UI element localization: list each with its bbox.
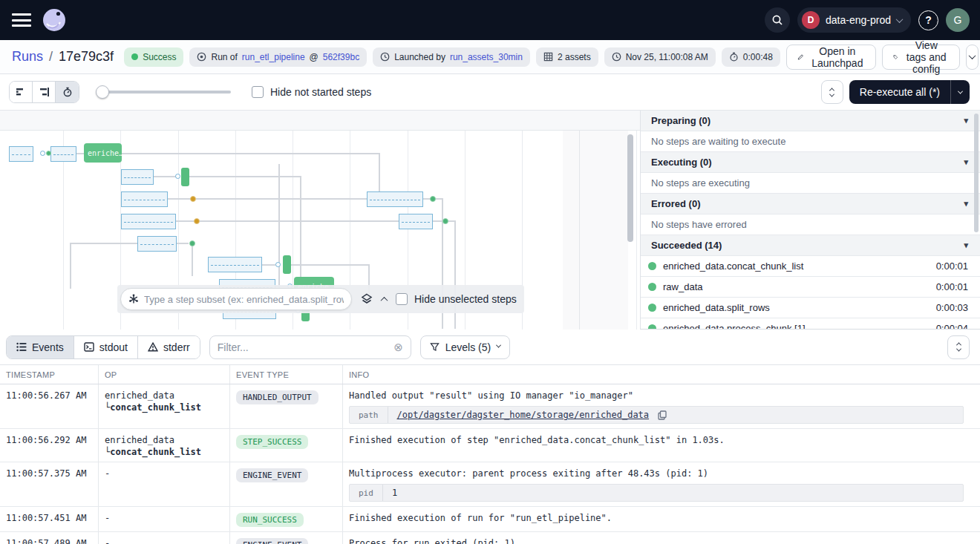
tag-duration[interactable]: 0:00:48 [722, 47, 780, 67]
job-link[interactable]: run_etl_pipeline [242, 52, 305, 62]
gantt-bar[interactable] [76, 153, 84, 154]
tab-stdout[interactable]: stdout [74, 336, 138, 358]
hamburger-menu-icon[interactable] [12, 13, 31, 27]
reexecute-all-button[interactable]: Re-execute all (*) [849, 80, 950, 104]
avatar[interactable]: G [946, 8, 970, 32]
dagster-logo-icon[interactable] [42, 7, 67, 33]
gantt-bar[interactable] [46, 151, 51, 156]
tab-stderr[interactable]: stderr [138, 336, 200, 358]
gantt-bar[interactable] [122, 153, 379, 154]
tag-run-of[interactable]: Run of run_etl_pipeline @ 562f39bc [189, 47, 367, 67]
tag-start-time[interactable]: Nov 25, 11:00:08 AM [604, 47, 716, 67]
help-button[interactable]: ? [918, 10, 938, 30]
metadata-value[interactable]: /opt/dagster/dagster_home/storage/enrich… [388, 410, 659, 420]
gantt-bar[interactable] [50, 146, 76, 162]
panel-scrollbar[interactable] [974, 114, 979, 232]
hide-unselected-checkbox[interactable] [396, 293, 408, 305]
event-row[interactable]: 11:00:57.375 AM - ENGINE_EVENT Multiproc… [0, 462, 980, 507]
copy-icon[interactable] [658, 410, 667, 420]
view-tags-config-button[interactable]: View tags and config [882, 45, 960, 70]
gantt-bar[interactable] [192, 246, 193, 276]
gantt-bar[interactable] [194, 218, 200, 224]
step-status-row[interactable]: No steps have errored [641, 214, 980, 235]
collapse-subset-bar-button[interactable] [382, 297, 387, 302]
step-subset-input[interactable] [144, 294, 344, 305]
gantt-bar[interactable] [627, 134, 633, 242]
gantt-bar[interactable] [275, 262, 281, 267]
step-status-row[interactable]: enriched_data.split_rows 0:00:03 [641, 298, 980, 318]
gantt-bar[interactable] [300, 176, 301, 284]
workspace-avatar: D [802, 11, 820, 29]
gantt-bar[interactable] [291, 264, 370, 266]
reexecute-options-button[interactable] [950, 80, 970, 104]
gantt-bar[interactable] [208, 257, 262, 272]
gantt-bar[interactable] [262, 264, 275, 266]
tab-events[interactable]: Events [7, 336, 74, 358]
commit-link[interactable]: 562f39bc [323, 52, 359, 62]
step-status-row[interactable]: enriched_data.concat_chunk_list 0:00:01 [641, 256, 980, 277]
workspace-switcher[interactable]: D data-eng-prod [797, 7, 911, 33]
step-status-row[interactable]: Succeeded (14) ▾ [641, 235, 980, 256]
log-filter-input[interactable] [218, 341, 388, 353]
gantt-bar[interactable] [563, 131, 628, 330]
metadata-value[interactable]: 1 [383, 488, 406, 498]
gantt-bar[interactable] [40, 151, 45, 156]
gantt-bar[interactable] [177, 243, 189, 244]
step-status-row[interactable]: enriched_data.process_chunk [1] 0:00:04 [641, 318, 980, 329]
search-button[interactable] [765, 7, 790, 33]
gantt-bar[interactable] [200, 220, 399, 222]
gantt-bar[interactable] [176, 220, 195, 222]
tag-assets[interactable]: 2 assets [536, 47, 598, 67]
more-run-actions-button[interactable] [966, 45, 979, 70]
gantt-bar[interactable] [70, 243, 71, 289]
gantt-bar[interactable] [137, 236, 177, 252]
gantt-bar[interactable] [121, 169, 154, 185]
breadcrumb-runs-link[interactable]: Runs [12, 49, 43, 65]
gantt-bar[interactable] [367, 191, 423, 207]
tag-launched-by[interactable]: Launched by run_assets_30min [373, 47, 530, 67]
event-row[interactable]: 11:00:57.489 AM - ENGINE_EVENT Process f… [0, 532, 980, 544]
expand-log-panel-button[interactable] [947, 335, 970, 359]
gantt-bar[interactable] [168, 198, 192, 200]
gantt-bar[interactable] [121, 191, 168, 207]
gantt-bar[interactable]: enriche… [84, 143, 122, 163]
step-status-row[interactable]: No steps are executing [641, 173, 980, 194]
schedule-link[interactable]: run_assets_30min [450, 52, 523, 62]
gantt-bar[interactable] [433, 220, 442, 222]
gantt-bar[interactable] [70, 243, 137, 244]
step-status-row[interactable]: No steps are waiting to execute [641, 131, 980, 152]
zoom-slider-knob[interactable] [96, 85, 109, 99]
step-status-row[interactable]: Preparing (0) ▾ [641, 111, 980, 131]
open-in-launchpad-button[interactable]: Open in Launchpad [786, 45, 876, 70]
gantt-bar[interactable] [442, 218, 448, 224]
expand-collapse-panel-button[interactable] [821, 80, 843, 104]
gantt-bar[interactable] [189, 176, 301, 177]
event-row[interactable]: 11:00:56.292 AM enriched_data └concat_ch… [0, 429, 980, 462]
gantt-bar[interactable] [399, 214, 433, 229]
gantt-canvas[interactable]: enriche…enriche… [0, 131, 640, 330]
run-header: Runs / 17e79c3f Success Run of run_etl_p… [0, 40, 980, 74]
layers-button[interactable] [361, 293, 373, 305]
gantt-bar[interactable] [121, 214, 176, 229]
step-status-row[interactable]: raw_data 0:00:01 [641, 277, 980, 298]
step-status-row[interactable]: Errored (0) ▾ [641, 194, 980, 214]
gantt-bar[interactable] [9, 146, 33, 162]
gantt-bar[interactable] [196, 198, 367, 200]
zoom-slider[interactable] [96, 85, 231, 99]
gantt-bar[interactable] [154, 176, 177, 177]
waterfall-view-button[interactable] [33, 82, 56, 102]
timed-view-button[interactable] [56, 82, 79, 102]
step-status-row[interactable]: Executing (0) ▾ [641, 152, 980, 173]
gantt-bar[interactable] [189, 240, 195, 246]
event-row[interactable]: 11:00:56.267 AM enriched_data └concat_ch… [0, 384, 980, 429]
gantt-bar[interactable] [190, 196, 196, 202]
gantt-bar[interactable] [283, 255, 291, 274]
clear-filter-icon[interactable]: ⊗ [393, 341, 403, 354]
flatten-view-button[interactable] [10, 82, 33, 102]
gantt-bar[interactable] [181, 168, 189, 186]
hide-not-started-checkbox[interactable] [252, 86, 264, 98]
event-row[interactable]: 11:00:57.451 AM - RUN_SUCCESS Finished e… [0, 507, 980, 532]
gantt-bar[interactable] [430, 196, 436, 202]
gantt-bar[interactable] [175, 174, 180, 179]
levels-dropdown[interactable]: Levels (5) [420, 335, 510, 359]
